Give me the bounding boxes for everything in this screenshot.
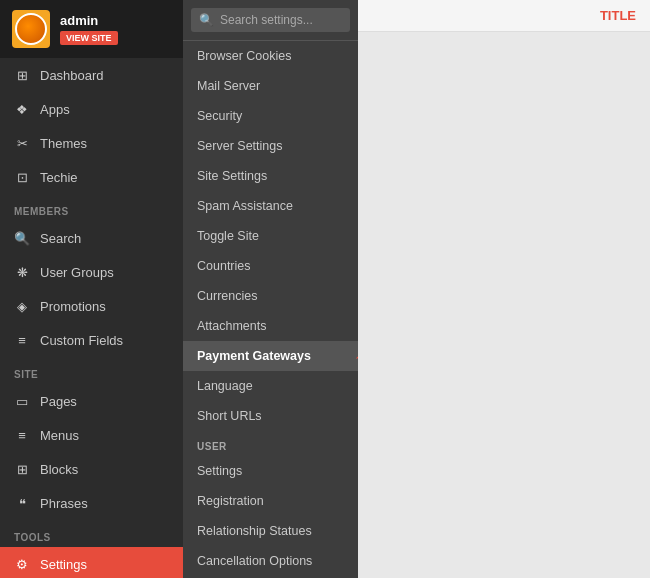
dropdown-item-spam-assistance[interactable]: Spam Assistance: [183, 191, 358, 221]
search-box: 🔍: [183, 0, 358, 41]
sidebar-item-pages[interactable]: ▭ Pages: [0, 384, 183, 418]
view-site-button[interactable]: VIEW SITE: [60, 31, 118, 45]
sidebar-item-label: Blocks: [40, 462, 78, 477]
sidebar-item-apps[interactable]: ❖ Apps: [0, 92, 183, 126]
user-groups-icon: ❋: [14, 264, 30, 280]
themes-icon: ✂: [14, 135, 30, 151]
sidebar-item-label: Dashboard: [40, 68, 104, 83]
search-icon: 🔍: [199, 13, 214, 27]
sidebar-item-custom-fields[interactable]: ≡ Custom Fields: [0, 323, 183, 357]
promotions-icon: ◈: [14, 298, 30, 314]
user-section-label: USER: [183, 431, 358, 456]
settings-icon: ⚙: [14, 556, 30, 572]
sidebar-item-label: Search: [40, 231, 81, 246]
arrow-right-indicator: ↑: [353, 345, 358, 376]
dropdown-item-toggle-site[interactable]: Toggle Site: [183, 221, 358, 251]
sidebar-item-menus[interactable]: ≡ Menus: [0, 418, 183, 452]
dropdown-item-browser-cookies[interactable]: Browser Cookies: [183, 41, 358, 71]
header-right: admin VIEW SITE: [60, 13, 118, 45]
blocks-icon: ⊞: [14, 461, 30, 477]
dropdown-item-cancellation-options[interactable]: Cancellation Options: [183, 546, 358, 576]
sidebar-item-promotions[interactable]: ◈ Promotions: [0, 289, 183, 323]
search-input[interactable]: [220, 13, 342, 27]
pages-icon: ▭: [14, 393, 30, 409]
dropdown-item-language[interactable]: Language: [183, 371, 358, 401]
dropdown-item-currencies[interactable]: Currencies: [183, 281, 358, 311]
members-section-label: MEMBERS: [0, 194, 183, 221]
sidebar-item-user-groups[interactable]: ❋ User Groups: [0, 255, 183, 289]
main-content: TITLE: [358, 0, 650, 578]
dropdown-item-relationship-statues[interactable]: Relationship Statues: [183, 516, 358, 546]
menus-icon: ≡: [14, 427, 30, 443]
apps-icon: ❖: [14, 101, 30, 117]
site-section-label: SITE: [0, 357, 183, 384]
sidebar-item-phrases[interactable]: ❝ Phrases: [0, 486, 183, 520]
tools-section-label: TOOLS: [0, 520, 183, 547]
admin-name: admin: [60, 13, 118, 28]
dropdown-item-mail-server[interactable]: Mail Server: [183, 71, 358, 101]
sidebar: admin VIEW SITE ⊞ Dashboard ❖ Apps ✂ The…: [0, 0, 183, 578]
dashboard-icon: ⊞: [14, 67, 30, 83]
dropdown-item-attachments[interactable]: Attachments: [183, 311, 358, 341]
custom-fields-icon: ≡: [14, 332, 30, 348]
sidebar-item-label: Apps: [40, 102, 70, 117]
phrases-icon: ❝: [14, 495, 30, 511]
search-icon: 🔍: [14, 230, 30, 246]
page-title: TITLE: [600, 8, 636, 23]
sidebar-item-label: Phrases: [40, 496, 88, 511]
sidebar-item-label: User Groups: [40, 265, 114, 280]
sidebar-item-label: Promotions: [40, 299, 106, 314]
dropdown-item-countries[interactable]: Countries: [183, 251, 358, 281]
dropdown-item-registration[interactable]: Registration: [183, 486, 358, 516]
sidebar-item-settings[interactable]: ⚙ Settings ↓: [0, 547, 183, 578]
sidebar-header: admin VIEW SITE: [0, 0, 183, 58]
logo-image: [15, 13, 47, 45]
logo: [12, 10, 50, 48]
sidebar-item-techie[interactable]: ⊡ Techie: [0, 160, 183, 194]
dropdown-item-short-urls[interactable]: Short URLs: [183, 401, 358, 431]
search-input-wrap[interactable]: 🔍: [191, 8, 350, 32]
dropdown-item-security[interactable]: Security: [183, 101, 358, 131]
sidebar-item-blocks[interactable]: ⊞ Blocks: [0, 452, 183, 486]
dropdown-item-payment-gateways[interactable]: Payment Gateways ↑: [183, 341, 358, 371]
sidebar-item-label: Menus: [40, 428, 79, 443]
sidebar-item-label: Themes: [40, 136, 87, 151]
main-header: TITLE: [358, 0, 650, 32]
sidebar-item-search[interactable]: 🔍 Search: [0, 221, 183, 255]
settings-dropdown: 🔍 Browser Cookies Mail Server Security S…: [183, 0, 358, 578]
dropdown-item-server-settings[interactable]: Server Settings: [183, 131, 358, 161]
sidebar-item-label: Pages: [40, 394, 77, 409]
sidebar-item-label: Custom Fields: [40, 333, 123, 348]
sidebar-item-label: Techie: [40, 170, 78, 185]
dropdown-item-site-settings[interactable]: Site Settings: [183, 161, 358, 191]
techie-icon: ⊡: [14, 169, 30, 185]
sidebar-item-label: Settings: [40, 557, 87, 572]
dropdown-item-settings-user[interactable]: Settings: [183, 456, 358, 486]
sidebar-item-dashboard[interactable]: ⊞ Dashboard: [0, 58, 183, 92]
sidebar-nav: ⊞ Dashboard ❖ Apps ✂ Themes ⊡ Techie MEM…: [0, 58, 183, 578]
sidebar-item-themes[interactable]: ✂ Themes: [0, 126, 183, 160]
